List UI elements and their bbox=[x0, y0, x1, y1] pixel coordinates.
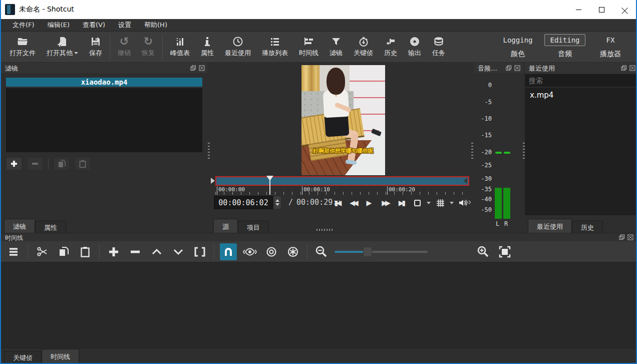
tab-keyframes[interactable]: 关键侦 bbox=[4, 351, 42, 363]
loop-mode-button[interactable] bbox=[411, 196, 424, 209]
recent-file-list: x.mp4 bbox=[525, 88, 637, 215]
split-icon bbox=[193, 246, 206, 258]
tab-project[interactable]: 项目 bbox=[238, 221, 269, 233]
history-button[interactable]: 历史 bbox=[379, 33, 403, 62]
meter-scale-label: -50 bbox=[474, 206, 492, 213]
paste-filters-button[interactable] bbox=[75, 157, 91, 170]
overwrite-button[interactable] bbox=[170, 243, 187, 260]
slider-handle[interactable] bbox=[363, 247, 372, 257]
ripple-all-tracks-button[interactable] bbox=[284, 243, 301, 260]
paste-button[interactable] bbox=[77, 243, 94, 260]
ripple-toggle-button[interactable] bbox=[263, 243, 280, 260]
add-filter-button[interactable] bbox=[6, 157, 22, 170]
scrub-while-dragging-button[interactable] bbox=[241, 243, 258, 260]
open-other-button[interactable]: 打开其他 bbox=[41, 33, 84, 62]
maximize-button[interactable] bbox=[590, 0, 613, 19]
properties-button[interactable]: 属性 bbox=[195, 33, 219, 62]
remove-filter-button[interactable] bbox=[27, 157, 43, 170]
menu-file[interactable]: 文件(F) bbox=[6, 19, 41, 31]
layout-fx-button[interactable]: FX bbox=[601, 35, 620, 46]
float-panel-icon[interactable] bbox=[190, 65, 196, 71]
in-point-marker[interactable] bbox=[211, 178, 215, 184]
layout-logging-button[interactable]: Logging bbox=[498, 35, 537, 46]
tab-history[interactable]: 历史 bbox=[572, 221, 603, 233]
menu-view[interactable]: 查看(V) bbox=[76, 19, 112, 31]
maximize-icon bbox=[599, 7, 604, 13]
close-panel-icon[interactable] bbox=[629, 65, 635, 71]
meter-scale-label: -30 bbox=[474, 175, 492, 182]
fast-forward-button[interactable]: ▶▶ bbox=[379, 196, 392, 209]
menu-help[interactable]: 帮助(H) bbox=[138, 19, 174, 31]
zoom-in-button[interactable] bbox=[475, 243, 492, 260]
zoom-fit-button[interactable] bbox=[496, 243, 513, 260]
rewind-button[interactable]: ◀◀ bbox=[347, 196, 360, 209]
copy-button[interactable] bbox=[55, 243, 72, 260]
menu-settings[interactable]: 设置 bbox=[112, 19, 138, 31]
ripple-delete-button[interactable] bbox=[127, 243, 144, 260]
timeline-icon bbox=[303, 36, 314, 47]
tab-timeline[interactable]: 时间线 bbox=[42, 349, 79, 363]
skip-to-start-button[interactable]: ▮◀ bbox=[331, 196, 344, 209]
list-item[interactable]: x.mp4 bbox=[525, 88, 637, 103]
grid-button[interactable] bbox=[434, 196, 447, 209]
filter-list[interactable] bbox=[6, 88, 202, 152]
snap-toggle-button[interactable] bbox=[220, 243, 237, 260]
timeline-button[interactable]: 时间线 bbox=[293, 33, 324, 62]
copy-filters-button[interactable] bbox=[54, 157, 70, 170]
layout-editing-button[interactable]: Editing bbox=[544, 34, 585, 46]
meter-scale-label: -20 bbox=[474, 149, 492, 156]
search-input[interactable] bbox=[525, 74, 637, 87]
filters-button[interactable]: 滤镜 bbox=[324, 33, 348, 62]
float-panel-icon[interactable] bbox=[621, 65, 627, 71]
stopwatch-icon bbox=[358, 36, 369, 47]
undo-button[interactable]: ↺ 撤销 bbox=[112, 33, 136, 62]
fast-forward-icon: ▶▶ bbox=[382, 199, 389, 206]
peak-meter-button[interactable]: 峰值表 bbox=[165, 33, 195, 62]
close-button[interactable] bbox=[613, 0, 636, 19]
copy-icon bbox=[58, 246, 70, 258]
save-button[interactable]: 保存 bbox=[84, 33, 108, 62]
splitter-handle[interactable] bbox=[316, 229, 334, 231]
keyframes-button[interactable]: 关键侦 bbox=[348, 33, 379, 62]
chevron-down-icon[interactable] bbox=[450, 202, 454, 204]
zoom-out-button[interactable] bbox=[313, 243, 330, 260]
lift-button[interactable] bbox=[148, 243, 165, 260]
toolbar-separator bbox=[48, 159, 49, 169]
close-panel-icon[interactable] bbox=[514, 65, 520, 71]
skip-to-end-button[interactable]: ▶▮ bbox=[395, 196, 408, 209]
cut-button[interactable] bbox=[34, 243, 51, 260]
chevron-down-icon[interactable] bbox=[427, 202, 431, 204]
open-file-button[interactable]: 打开文件 bbox=[4, 33, 41, 62]
close-panel-icon[interactable] bbox=[627, 234, 633, 240]
out-point-marker[interactable] bbox=[463, 178, 467, 184]
timeline-zoom-slider[interactable] bbox=[335, 243, 428, 260]
play-button[interactable]: ▶ bbox=[363, 196, 376, 209]
scrubber-bar[interactable] bbox=[215, 176, 469, 186]
float-panel-icon[interactable] bbox=[619, 234, 625, 240]
layout-player-button[interactable]: 播放器 bbox=[595, 48, 626, 60]
minimize-button[interactable] bbox=[567, 0, 590, 19]
append-button[interactable] bbox=[105, 243, 122, 260]
timeline-tracks-area[interactable] bbox=[1, 262, 636, 348]
playhead-handle[interactable] bbox=[266, 176, 273, 181]
export-button[interactable]: 输出 bbox=[403, 33, 427, 62]
float-panel-icon[interactable] bbox=[506, 65, 512, 71]
menu-edit[interactable]: 编辑(E) bbox=[41, 19, 76, 31]
timecode-stepper[interactable] bbox=[273, 196, 281, 209]
close-panel-icon[interactable] bbox=[199, 65, 205, 71]
window-title: 未命名 - Shotcut bbox=[19, 5, 74, 14]
tab-filters[interactable]: 滤镜 bbox=[4, 219, 35, 233]
layout-color-button[interactable]: 颜色 bbox=[506, 48, 530, 60]
current-time-input[interactable] bbox=[214, 196, 273, 209]
playlist-button[interactable]: 播放列表 bbox=[256, 33, 293, 62]
tab-source[interactable]: 源 bbox=[213, 219, 238, 233]
recent-button[interactable]: 最近使用 bbox=[219, 33, 256, 62]
layout-audio-button[interactable]: 音频 bbox=[553, 48, 577, 60]
redo-button[interactable]: ↻ 恢复 bbox=[136, 33, 160, 62]
split-button[interactable] bbox=[191, 243, 208, 260]
timeline-menu-button[interactable] bbox=[5, 243, 22, 260]
tab-recent[interactable]: 最近使用 bbox=[528, 219, 572, 233]
jobs-button[interactable]: 任务 bbox=[427, 33, 451, 62]
tab-properties[interactable]: 属性 bbox=[35, 221, 66, 233]
toolbar-separator bbox=[162, 35, 163, 59]
